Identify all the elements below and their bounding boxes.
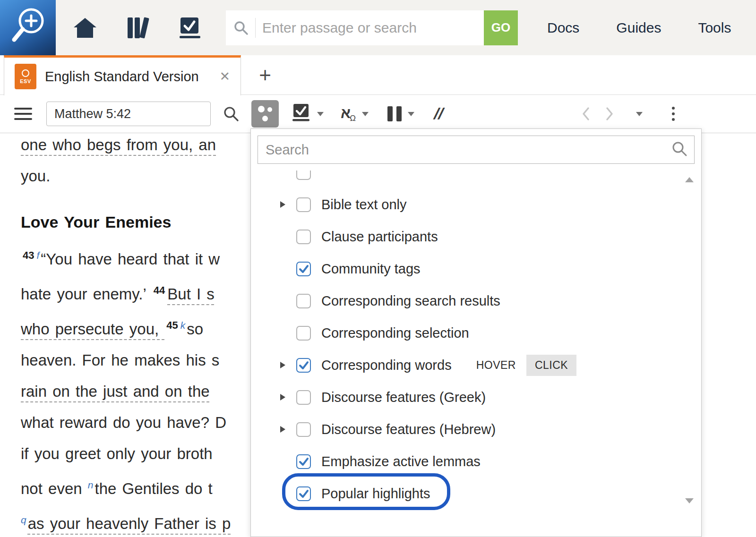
filter-item[interactable]: Community tags xyxy=(251,253,701,285)
filter-checkbox[interactable] xyxy=(296,486,311,501)
chevron-down-icon xyxy=(362,112,369,116)
footnote-letter: q xyxy=(21,514,26,525)
filter-label: Corresponding words xyxy=(321,358,452,373)
expand-arrow-icon[interactable] xyxy=(280,201,285,208)
filter-checkbox[interactable] xyxy=(296,358,311,373)
filter-checkbox[interactable] xyxy=(296,230,311,244)
top-toolbar: GO Docs Guides Tools xyxy=(0,0,756,55)
panel-overflow-menu-icon[interactable] xyxy=(672,107,675,121)
panel-menu-icon[interactable] xyxy=(14,108,32,120)
chevron-down-icon xyxy=(317,112,324,116)
filter-checkbox[interactable] xyxy=(296,326,311,341)
filter-checkbox[interactable] xyxy=(296,170,311,180)
app-window: GO Docs Guides Tools ESV English Standar… xyxy=(0,0,756,537)
bible-text-segment: you. xyxy=(21,167,50,185)
library-icon[interactable] xyxy=(126,17,152,39)
tab-title: English Standard Version xyxy=(45,69,199,85)
history-dropdown-icon[interactable] xyxy=(636,112,643,116)
visual-filters-button[interactable] xyxy=(251,100,279,128)
filter-checkbox[interactable] xyxy=(296,294,311,308)
filter-label: Discourse features (Hebrew) xyxy=(321,422,496,437)
filter-item[interactable]: Corresponding wordsHOVERCLICK xyxy=(251,349,701,381)
menu-tools[interactable]: Tools xyxy=(698,20,731,36)
filter-item[interactable]: Corresponding selection xyxy=(251,317,701,349)
lemma-display-button[interactable]: אΩ xyxy=(341,106,369,122)
search-icon xyxy=(671,141,687,159)
filter-search-input[interactable] xyxy=(265,142,671,158)
close-icon[interactable]: ✕ xyxy=(219,70,230,83)
filter-checkbox[interactable] xyxy=(296,422,311,437)
esv-logo-ring xyxy=(22,69,29,77)
aleph-omega-icon: אΩ xyxy=(341,106,356,122)
passage-guide-icon[interactable] xyxy=(179,17,201,39)
filter-item[interactable]: Clause participants xyxy=(251,221,701,253)
filter-checkbox[interactable] xyxy=(296,390,311,405)
scroll-down-icon[interactable] xyxy=(685,498,694,503)
reference-input[interactable] xyxy=(46,102,211,126)
home-icon[interactable] xyxy=(73,17,97,39)
go-button[interactable]: GO xyxy=(484,10,518,45)
expand-arrow-icon[interactable] xyxy=(280,362,285,368)
columns-button[interactable] xyxy=(387,106,414,121)
verse-number: 43 xyxy=(23,249,34,261)
search-icon xyxy=(226,20,255,35)
bible-text-segment: heaven. For he makes his s xyxy=(21,351,219,369)
bible-text-segment: as your heavenly Father is p xyxy=(28,515,231,532)
top-menu: Docs Guides Tools xyxy=(547,20,731,36)
tab-english-standard-version[interactable]: ESV English Standard Version ✕ xyxy=(4,55,241,95)
expand-arrow-icon[interactable] xyxy=(280,426,285,433)
reading-view-button[interactable] xyxy=(292,103,324,125)
filter-label: Clause participants xyxy=(321,229,438,245)
filter-item[interactable] xyxy=(251,170,701,188)
bible-text-segment: one who begs from you, an xyxy=(21,136,216,153)
filter-search-box xyxy=(258,136,695,164)
bible-text-segment: the Gentiles do t xyxy=(94,480,212,497)
filter-item[interactable]: Discourse features (Hebrew) xyxy=(251,413,701,445)
logos-logo-icon[interactable] xyxy=(0,0,56,55)
filter-item[interactable]: Emphasize active lemmas xyxy=(251,445,701,477)
bible-text-segment: what reward do you have? D xyxy=(21,414,226,431)
bible-text-segment: not even xyxy=(21,480,88,497)
filter-label: Bible text only xyxy=(321,197,407,213)
bible-text-segment: so xyxy=(187,320,203,338)
new-tab-button[interactable]: + xyxy=(253,55,277,95)
columns-icon xyxy=(387,106,402,121)
visual-filters-dropdown: Bible text onlyClause participantsCommun… xyxy=(250,128,702,537)
parallel-slashes-icon: // xyxy=(433,105,444,123)
filter-checkbox[interactable] xyxy=(296,197,311,212)
panel-nav-cluster xyxy=(580,106,675,122)
footnote-letter: f xyxy=(36,250,39,261)
parallel-resources-button[interactable]: // xyxy=(434,105,443,123)
filter-label: Corresponding selection xyxy=(321,325,469,341)
filter-label: Emphasize active lemmas xyxy=(321,454,481,469)
filter-item[interactable]: Corresponding search results xyxy=(251,285,701,317)
forward-button[interactable] xyxy=(604,106,615,122)
footnote-letter: n xyxy=(88,479,94,490)
global-search-input[interactable] xyxy=(256,20,484,36)
back-button[interactable] xyxy=(580,106,592,122)
book-check-icon xyxy=(292,103,311,125)
menu-guides[interactable]: Guides xyxy=(616,20,661,36)
click-button[interactable]: CLICK xyxy=(526,355,576,376)
hover-label: HOVER xyxy=(476,359,516,372)
menu-docs[interactable]: Docs xyxy=(547,20,579,36)
filter-label: Community tags xyxy=(321,261,421,277)
filter-item[interactable]: Bible text only xyxy=(251,188,701,221)
filter-checkbox[interactable] xyxy=(296,454,311,469)
chevron-down-icon xyxy=(408,112,414,116)
filter-item[interactable]: Discourse features (Greek) xyxy=(251,381,701,413)
filter-label: Discourse features (Greek) xyxy=(321,390,486,405)
expand-arrow-icon[interactable] xyxy=(280,394,285,401)
filter-label: Popular highlights xyxy=(321,486,430,502)
bible-text-segment: rain on the just and on the xyxy=(21,383,210,400)
filter-item[interactable]: Popular highlights xyxy=(251,477,701,510)
panel-toolbar: אΩ // xyxy=(0,95,756,133)
verse-number: 44 xyxy=(154,284,165,296)
scroll-up-icon[interactable] xyxy=(685,177,694,182)
esv-badge-label: ESV xyxy=(20,78,31,84)
bible-text-segment: who persecute you, xyxy=(21,320,164,338)
footnote-letter: k xyxy=(180,320,186,331)
filter-checkbox[interactable] xyxy=(296,262,311,276)
panel-search-icon[interactable] xyxy=(223,106,239,122)
filter-list: Bible text onlyClause participantsCommun… xyxy=(251,170,701,537)
